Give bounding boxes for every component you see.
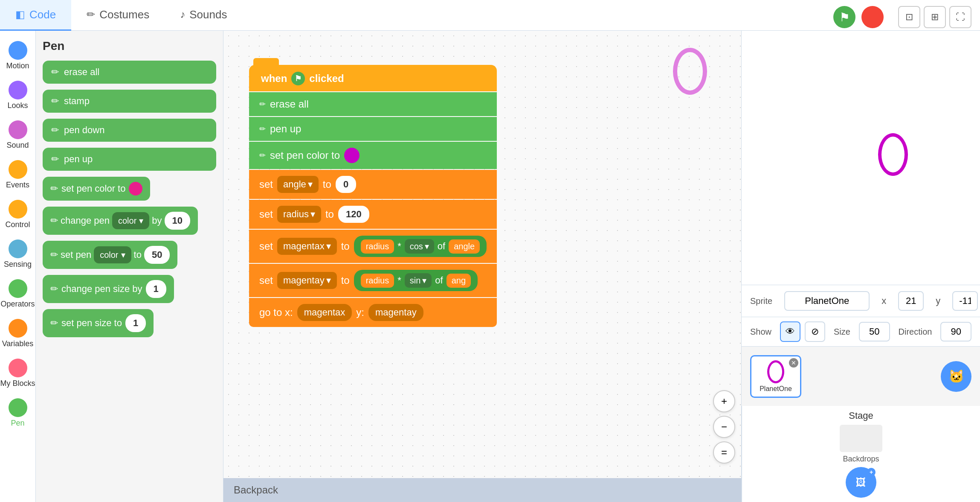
block-set-pen-color[interactable]: ✏ set pen color to — [43, 177, 150, 201]
angle-value[interactable]: 0 — [336, 176, 356, 193]
large-stage-button[interactable]: ⊞ — [924, 6, 946, 28]
script-color-swatch[interactable] — [344, 148, 360, 163]
flag-icon-in-block: ⚑ — [291, 72, 305, 85]
block-set-pen-size[interactable]: ✏ set pen size to 1 — [43, 309, 154, 337]
goto-magentay[interactable]: magentay — [368, 304, 423, 321]
sin-dropdown[interactable]: sin ▾ — [405, 273, 432, 288]
sprite-direction-input[interactable] — [940, 322, 971, 341]
stage-panel: Sprite x y Show 👁 ⊘ Size Direction ✕ — [741, 31, 980, 502]
block-change-pen-size-row: ✏ change pen size by 1 — [43, 275, 216, 303]
sprite-show-bar: Show 👁 ⊘ Size Direction — [742, 317, 980, 346]
set-color-num-value[interactable]: 50 — [144, 246, 170, 264]
radius-in-expr1[interactable]: radius — [361, 239, 394, 254]
top-controls: ⊡ ⊞ ⛶ — [833, 6, 971, 28]
add-sprite-plus-icon: + — [954, 372, 959, 381]
tab-costumes[interactable]: ✏ Costumes — [71, 0, 165, 31]
pen-icon-change-size: ✏ — [50, 283, 58, 295]
block-erase-all[interactable]: ✏ erase all — [43, 61, 216, 84]
sidebar-item-sensing[interactable]: Sensing — [0, 235, 35, 273]
sidebar-item-events[interactable]: Events — [0, 156, 35, 194]
blocks-panel-title: Pen — [43, 39, 216, 53]
script-block-erase-all: ✏ erase all — [249, 92, 497, 116]
zoom-in-button[interactable]: + — [713, 390, 735, 412]
sidebar-item-motion[interactable]: Motion — [0, 37, 35, 75]
tab-code[interactable]: ◧ Code — [0, 0, 71, 31]
pen-icon-script-up: ✏ — [259, 124, 266, 134]
sprite-delete-button[interactable]: ✕ — [789, 358, 798, 368]
zoom-out-button[interactable]: − — [713, 416, 735, 438]
category-sidebar: Motion Looks Sound Events Control Sensin… — [0, 31, 36, 502]
block-change-pen-color[interactable]: ✏ change pen color ▾ by 10 — [43, 207, 198, 235]
show-eye-button[interactable]: 👁 — [780, 321, 800, 342]
radius-dropdown[interactable]: radius ▾ — [277, 206, 321, 223]
looks-circle — [9, 81, 27, 99]
magentay-expr: radius * sin ▾ of ang — [354, 270, 478, 291]
sprite-name-input[interactable] — [784, 291, 870, 311]
radius-in-expr2[interactable]: radius — [361, 274, 394, 288]
pen-icon-change-color: ✏ — [50, 215, 58, 226]
goto-magentax[interactable]: magentax — [297, 304, 352, 321]
set-size-value[interactable]: 1 — [125, 314, 146, 332]
angle-in-expr2[interactable]: ang — [447, 274, 471, 288]
sidebar-item-variables[interactable]: Variables — [0, 315, 35, 353]
script-block-goto: go to x: magentax y: magentay — [249, 298, 497, 327]
angle-dropdown[interactable]: angle ▾ — [277, 176, 319, 193]
block-stamp[interactable]: ✏ stamp — [43, 90, 216, 113]
sprite-y-input[interactable] — [952, 291, 978, 311]
block-pen-down[interactable]: ✏ pen down — [43, 119, 216, 142]
block-change-pen-size[interactable]: ✏ change pen size by 1 — [43, 275, 174, 303]
script-area-oval — [673, 48, 707, 95]
block-set-pen-color-num[interactable]: ✏ set pen color ▾ to 50 — [43, 241, 177, 269]
sidebar-item-sound[interactable]: Sound — [0, 116, 35, 154]
sidebar-item-pen[interactable]: Pen — [0, 394, 35, 432]
hide-eye-button[interactable]: ⊘ — [805, 321, 825, 342]
pen-color-swatch[interactable] — [129, 182, 142, 196]
radius-value[interactable]: 120 — [338, 206, 369, 223]
center-view-button[interactable]: = — [713, 441, 735, 464]
sprite-list-bar: ✕ PlanetOne 🐱 + — [742, 346, 980, 406]
backpack-bar[interactable]: Backpack — [223, 478, 741, 502]
pen-icon-color: ✏ — [50, 183, 58, 194]
script-area[interactable]: when ⚑ clicked ✏ erase all ✏ pen up ✏ se… — [223, 31, 741, 502]
magentay-dropdown[interactable]: magentay ▾ — [277, 272, 337, 289]
change-color-value[interactable]: 10 — [165, 212, 190, 230]
sidebar-item-looks[interactable]: Looks — [0, 76, 35, 114]
scroll-controls: + − = — [713, 390, 735, 464]
sidebar-item-control[interactable]: Control — [0, 196, 35, 233]
script-block-set-magentax: set magentax ▾ to radius * cos ▾ of angl… — [249, 230, 497, 263]
costumes-icon: ✏ — [87, 9, 95, 20]
script-block-group: when ⚑ clicked ✏ erase all ✏ pen up ✏ se… — [249, 65, 497, 327]
sprite-thumbnail-planetone[interactable]: ✕ PlanetOne — [750, 355, 801, 398]
view-buttons: ⊡ ⊞ ⛶ — [898, 6, 971, 28]
pen-icon-script-erase: ✏ — [259, 99, 266, 109]
pen-icon-erase: ✏ — [51, 67, 59, 78]
block-pen-up[interactable]: ✏ pen up — [43, 148, 216, 171]
block-change-pen-color-row: ✏ change pen color ▾ by 10 — [43, 207, 216, 235]
add-sprite-button[interactable]: 🐱 + — [941, 361, 971, 392]
magentax-dropdown[interactable]: magentax ▾ — [277, 238, 337, 255]
tab-sounds[interactable]: ♪ Sounds — [165, 0, 242, 31]
block-set-pen-color-num-row: ✏ set pen color ▾ to 50 — [43, 241, 216, 269]
script-block-set-magentay: set magentay ▾ to radius * sin ▾ of ang — [249, 264, 497, 297]
stage-backdrop-panel: Stage Backdrops 🖼 + — [742, 406, 980, 502]
sprite-x-input[interactable] — [898, 291, 924, 311]
cos-dropdown[interactable]: cos ▾ — [405, 239, 434, 254]
stop-button[interactable] — [861, 6, 884, 28]
angle-in-expr1[interactable]: angle — [449, 239, 480, 254]
pen-icon-pendown: ✏ — [51, 125, 59, 136]
events-circle — [9, 160, 27, 179]
add-backdrop-button[interactable]: 🖼 + — [846, 467, 876, 498]
sprite-info-bar: Sprite x y — [742, 285, 980, 317]
change-size-value[interactable]: 1 — [146, 280, 166, 298]
pen-color-dropdown[interactable]: color ▾ — [112, 212, 149, 229]
green-flag-button[interactable] — [833, 6, 855, 28]
sidebar-item-operators[interactable]: Operators — [0, 275, 35, 313]
small-stage-button[interactable]: ⊡ — [898, 6, 920, 28]
pen-color-num-dropdown[interactable]: color ▾ — [94, 246, 131, 263]
sidebar-item-myblocks[interactable]: My Blocks — [0, 354, 35, 392]
sprite-size-input[interactable] — [859, 322, 890, 341]
pen-icon-stamp: ✏ — [51, 96, 59, 107]
fullscreen-button[interactable]: ⛶ — [949, 6, 971, 28]
stage-sprite-oval — [878, 133, 908, 176]
sprite-thumb-oval — [767, 360, 784, 383]
